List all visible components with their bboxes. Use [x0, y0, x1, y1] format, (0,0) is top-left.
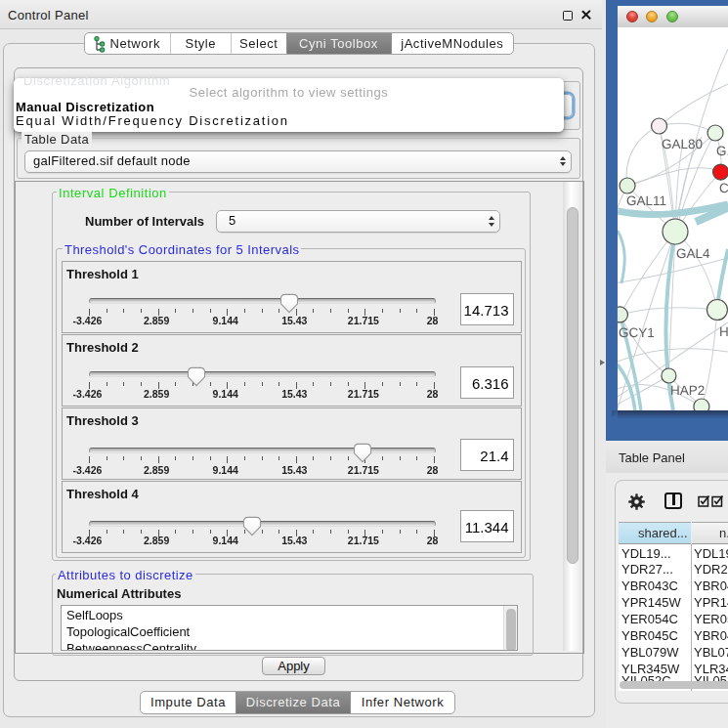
svg-text:GAL4: GAL4	[676, 246, 710, 261]
svg-text:GAL80: GAL80	[662, 137, 703, 151]
svg-text:GAL11: GAL11	[626, 193, 666, 208]
svg-text:GCY1: GCY1	[619, 325, 655, 340]
svg-text:HAP2: HAP2	[670, 383, 705, 398]
svg-text:G..: G..	[716, 144, 728, 158]
svg-text:H: H	[719, 324, 728, 339]
svg-text:C..: C..	[719, 181, 728, 195]
